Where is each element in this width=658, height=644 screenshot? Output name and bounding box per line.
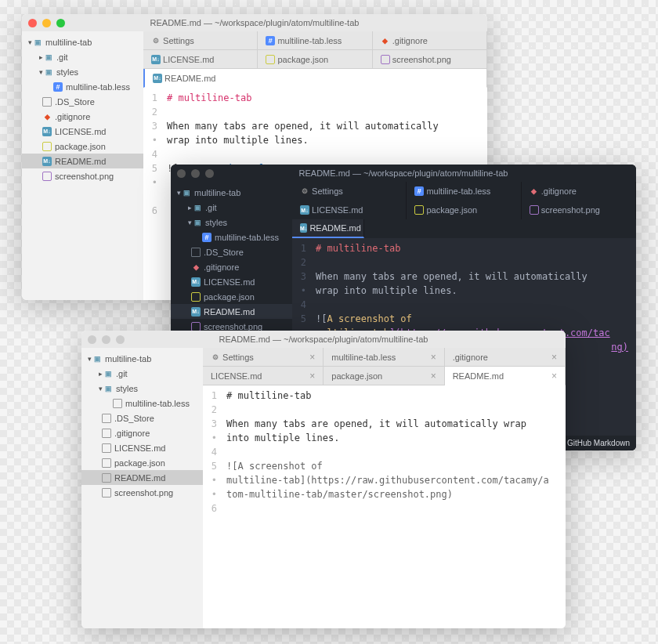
tree-package[interactable]: package.json [81, 455, 203, 470]
tab-label: LICENSE.md [312, 205, 363, 215]
close-tab-icon[interactable]: × [303, 371, 315, 382]
chevron-right-icon: ▸ [38, 53, 44, 61]
tab-label: Settings [222, 353, 254, 362]
tab-readme[interactable]: M↓ README.md [292, 219, 364, 238]
close-tab-icon[interactable]: × [303, 352, 315, 363]
tree-license[interactable]: LICENSE.md [81, 440, 203, 455]
chevron-down-icon: ▾ [86, 355, 92, 363]
tree-label: .gitignore [114, 429, 150, 438]
tree-package[interactable]: package.json [171, 289, 292, 304]
git-icon: ◆ [42, 112, 52, 121]
tree-git[interactable]: ▸▣.git [81, 366, 203, 381]
tab-package[interactable]: package.json× [324, 367, 444, 385]
traffic-lights[interactable] [177, 169, 214, 178]
tree-readme[interactable]: M↓README.md [22, 154, 143, 168]
tree-styles[interactable]: ▾▣styles [81, 381, 203, 396]
tree-view[interactable]: ▾▣multiline-tab ▸▣.git ▾▣styles #multili… [22, 31, 143, 300]
zoom-icon[interactable] [205, 169, 214, 178]
tree-view[interactable]: ▾▣multiline-tab ▸▣.git ▾▣styles multilin… [81, 348, 203, 628]
chevron-right-icon: ▸ [186, 204, 193, 212]
status-lang[interactable]: GitHub Markdown [561, 436, 636, 450]
tab-license[interactable]: LICENSE.md× [203, 367, 324, 385]
tab-less[interactable]: multiline-tab.less× [324, 348, 444, 367]
tab-readme[interactable]: M↓ README.md [143, 69, 487, 88]
less-icon: # [266, 36, 275, 45]
chevron-down-icon: ▾ [27, 38, 33, 46]
tree-label: .git [116, 369, 128, 378]
tree-gitignore[interactable]: ◆.gitignore [22, 109, 143, 124]
git-icon: ◆ [381, 36, 390, 45]
tree-label: package.json [114, 458, 165, 468]
window-title: README.md — ~/workspace/plugin/atom/mult… [81, 335, 566, 344]
markdown-icon: M↓ [151, 55, 161, 64]
close-icon[interactable] [28, 19, 37, 27]
tree-screenshot[interactable]: screenshot.png [81, 485, 203, 500]
zoom-icon[interactable] [56, 19, 65, 27]
tree-screenshot[interactable]: screenshot.png [22, 168, 143, 183]
close-icon[interactable] [177, 169, 186, 178]
editor[interactable]: 123•45••6 # multiline-tab When many tabs… [203, 385, 566, 628]
close-tab-icon[interactable]: × [545, 352, 557, 363]
tab-label: .gitignore [453, 353, 488, 362]
minimize-icon[interactable] [42, 19, 51, 27]
markdown-icon: M↓ [191, 307, 201, 317]
tree-less[interactable]: #multiline-tab.less [171, 230, 292, 244]
tab-settings[interactable]: ⚙ Settings [143, 31, 258, 50]
tree-less[interactable]: #multiline-tab.less [22, 79, 143, 94]
tree-package[interactable]: package.json [22, 139, 143, 154]
tab-gitignore[interactable]: ◆ .gitignore [522, 182, 636, 201]
tree-license[interactable]: M↓LICENSE.md [22, 124, 143, 139]
tree-gitignore[interactable]: ◆.gitignore [171, 259, 292, 274]
close-tab-icon[interactable]: × [425, 352, 436, 363]
close-tab-icon[interactable]: × [545, 371, 557, 382]
tab-package[interactable]: package.json [258, 50, 372, 69]
code-content[interactable]: # multiline-tab When many tabs are opene… [223, 385, 555, 628]
tree-license[interactable]: M↓LICENSE.md [171, 274, 292, 289]
tree-label: README.md [204, 307, 255, 317]
tab-license[interactable]: M↓ LICENSE.md [292, 201, 407, 219]
titlebar[interactable]: README.md — ~/workspace/plugin/atom/mult… [171, 165, 636, 182]
tab-screenshot[interactable]: screenshot.png [373, 50, 487, 69]
tree-root[interactable]: ▾▣multiline-tab [22, 34, 143, 49]
tab-screenshot[interactable]: screenshot.png [522, 201, 636, 219]
tree-root[interactable]: ▾▣multiline-tab [171, 185, 292, 200]
tree-ds[interactable]: .DS_Store [22, 94, 143, 109]
tab-label: LICENSE.md [163, 55, 214, 64]
tree-readme[interactable]: M↓README.md [171, 304, 292, 319]
titlebar[interactable]: README.md — ~/workspace/plugin/atom/mult… [22, 14, 487, 31]
tab-settings[interactable]: ⚙ Settings [292, 182, 407, 201]
tab-package[interactable]: package.json [407, 201, 521, 219]
minimize-icon[interactable] [102, 335, 110, 344]
tab-license[interactable]: M↓ LICENSE.md [143, 50, 258, 69]
tree-label: LICENSE.md [55, 127, 106, 136]
tab-label: package.json [426, 205, 477, 215]
tree-styles[interactable]: ▾▣styles [22, 64, 143, 79]
tree-label: multiline-tab.less [66, 82, 130, 92]
tab-gitignore[interactable]: ◆ .gitignore [373, 31, 487, 50]
tree-less[interactable]: multiline-tab.less [81, 396, 203, 411]
tree-ds[interactable]: .DS_Store [81, 411, 203, 425]
file-icon [102, 458, 111, 468]
close-icon[interactable] [88, 335, 96, 344]
tree-readme[interactable]: README.md [81, 470, 203, 485]
tab-less[interactable]: # multiline-tab.less [258, 31, 372, 50]
tree-root[interactable]: ▾▣multiline-tab [81, 351, 203, 366]
tree-label: styles [205, 218, 227, 227]
tab-readme[interactable]: README.md× [445, 367, 566, 385]
tree-styles[interactable]: ▾▣styles [171, 215, 292, 230]
tree-label: .DS_Store [204, 248, 244, 257]
tab-less[interactable]: # multiline-tab.less [407, 182, 521, 201]
tab-settings[interactable]: ⚙ Settings× [203, 348, 324, 367]
tree-git[interactable]: ▸▣.git [171, 200, 292, 215]
tree-git[interactable]: ▸▣.git [22, 49, 143, 64]
minimize-icon[interactable] [191, 169, 200, 178]
titlebar[interactable]: README.md — ~/workspace/plugin/atom/mult… [81, 331, 566, 348]
zoom-icon[interactable] [116, 335, 125, 344]
traffic-lights[interactable] [28, 19, 65, 27]
close-tab-icon[interactable]: × [425, 371, 436, 382]
tab-gitignore[interactable]: .gitignore× [445, 348, 566, 367]
tree-ds[interactable]: .DS_Store [171, 244, 292, 259]
traffic-lights[interactable] [88, 335, 125, 344]
tree-label: .gitignore [204, 262, 239, 272]
tree-gitignore[interactable]: .gitignore [81, 425, 203, 440]
